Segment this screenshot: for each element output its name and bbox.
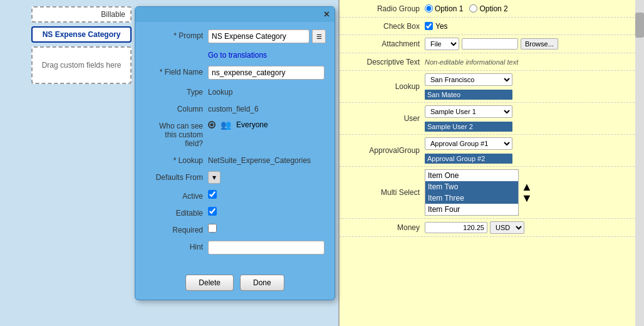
- option1-radio[interactable]: [425, 4, 433, 13]
- close-button[interactable]: ×: [324, 9, 330, 19]
- lookup-field-row: Lookup San Francisco San Mateo: [340, 71, 644, 103]
- user-field-label: User: [343, 114, 425, 123]
- defaults-from-row: Defaults From ▾: [145, 171, 325, 184]
- option2-label[interactable]: Option 2: [469, 4, 507, 13]
- attachment-label: Attachment: [343, 39, 425, 48]
- option1-label[interactable]: Option 1: [425, 4, 463, 13]
- modal-body: * Prompt ☰ Go to translations * Field Na…: [135, 22, 335, 268]
- done-button[interactable]: Done: [240, 275, 284, 291]
- user-selected: Sample User 2: [425, 122, 512, 132]
- people-icon: 👥: [221, 120, 231, 130]
- yes-checkbox[interactable]: [425, 22, 433, 30]
- money-content: USD: [425, 221, 640, 234]
- approval-group-content: Approval Group #1 Approval Group #2: [425, 137, 640, 164]
- approval-select[interactable]: Approval Group #1: [425, 137, 512, 150]
- browse-button[interactable]: Browse...: [521, 38, 558, 50]
- attachment-content: File Browse...: [425, 38, 640, 50]
- attachment-input[interactable]: [462, 38, 518, 50]
- defaults-from-dropdown[interactable]: ▾: [208, 171, 221, 184]
- drag-fields-area: Drag custom fields here: [31, 46, 132, 84]
- attachment-field-row: Attachment File Browse...: [340, 35, 644, 53]
- file-type-select[interactable]: File: [425, 38, 459, 50]
- checkbox-field-row: Check Box Yes: [340, 18, 644, 35]
- billable-label: Billable: [101, 10, 125, 19]
- ns-expense-label: NS Expense Category: [43, 30, 121, 39]
- money-field-row: Money USD: [340, 219, 644, 237]
- lookup-select[interactable]: San Francisco: [425, 73, 512, 86]
- user-content: Sample User 1 Sample User 2: [425, 105, 640, 132]
- radio-group-field-row: Radio Group Option 1 Option 2: [340, 0, 644, 18]
- required-row: Required: [145, 224, 325, 234]
- lookup-content: San Francisco San Mateo: [425, 73, 640, 100]
- multi-select-scroll-down[interactable]: ▼: [521, 192, 532, 204]
- yes-label: Yes: [435, 22, 448, 31]
- checkbox-field-label: Check Box: [343, 22, 425, 31]
- checkbox-content: Yes: [425, 22, 640, 31]
- multi-select-label: Multi Select: [343, 188, 425, 197]
- lookup-row: * Lookup NetSuite_Expense_Categories: [145, 154, 325, 165]
- modal-footer: Delete Done: [135, 268, 335, 300]
- required-checkbox[interactable]: [208, 224, 217, 233]
- multi-option-4[interactable]: Item Four: [425, 204, 518, 215]
- ns-expense-field[interactable]: NS Expense Category: [31, 26, 132, 43]
- modal-header: ×: [135, 7, 335, 22]
- radio-everyone[interactable]: [208, 121, 216, 129]
- type-label: Type: [145, 86, 208, 97]
- editable-row: Editable: [145, 207, 325, 218]
- money-input[interactable]: [425, 222, 487, 233]
- descriptive-text: Non-editable informational text: [425, 58, 518, 66]
- modal-dialog: × * Prompt ☰ Go to translations * Field …: [135, 6, 335, 300]
- everyone-label: Everyone: [236, 120, 268, 129]
- multi-select-field-row: Multi Select Item One Item Two Item Thre…: [340, 167, 644, 219]
- who-see-options: 👥 Everyone: [208, 120, 268, 130]
- column-value: custom_field_6: [208, 103, 259, 113]
- multi-select-box[interactable]: Item One Item Two Item Three Item Four: [425, 169, 519, 216]
- hint-row: Hint: [145, 241, 325, 255]
- active-label: Active: [145, 190, 208, 201]
- required-label: Required: [145, 224, 208, 234]
- translation-link[interactable]: Go to translations: [208, 51, 267, 60]
- right-panel: Radio Group Option 1 Option 2 Check Box …: [338, 0, 644, 326]
- delete-button[interactable]: Delete: [185, 275, 234, 291]
- option2-radio[interactable]: [469, 4, 477, 13]
- option2-text: Option 2: [479, 4, 507, 13]
- multi-option-1[interactable]: Item One: [425, 170, 518, 181]
- user-select[interactable]: Sample User 1: [425, 105, 512, 118]
- active-row: Active: [145, 190, 325, 201]
- descriptive-content: Non-editable informational text: [425, 58, 640, 66]
- column-row: Column custom_field_6: [145, 103, 325, 113]
- multi-select-scroll-up[interactable]: ▲: [521, 181, 532, 192]
- type-row: Type Lookup: [145, 86, 325, 97]
- defaults-from-label: Defaults From: [145, 171, 208, 182]
- active-checkbox[interactable]: [208, 190, 217, 199]
- drag-fields-text: Drag custom fields here: [42, 61, 122, 70]
- approval-group-label: ApprovalGroup: [343, 146, 425, 155]
- type-value: Lookup: [208, 86, 232, 97]
- lookup-value: NetSuite_Expense_Categories: [208, 154, 311, 165]
- editable-label: Editable: [145, 207, 208, 218]
- multi-select-content: Item One Item Two Item Three Item Four ▲…: [425, 169, 640, 216]
- prompt-input[interactable]: [208, 29, 309, 43]
- editable-checkbox[interactable]: [208, 207, 217, 216]
- multi-option-2[interactable]: Item Two: [425, 181, 518, 192]
- lookup-label: * Lookup: [145, 154, 208, 165]
- field-name-row: * Field Name: [145, 66, 325, 80]
- billable-field: Billable: [31, 6, 132, 23]
- money-field-label: Money: [343, 223, 425, 232]
- currency-select[interactable]: USD: [490, 221, 524, 234]
- descriptive-label: Descriptive Text: [343, 58, 425, 66]
- who-see-row: Who can see this custom field? 👥 Everyon…: [145, 120, 325, 148]
- multi-option-3[interactable]: Item Three: [425, 192, 518, 204]
- field-name-input[interactable]: [208, 66, 325, 80]
- left-panel: Billable NS Expense Category Drag custom…: [0, 0, 138, 326]
- column-label: Column: [145, 103, 208, 113]
- prompt-icon[interactable]: ☰: [312, 29, 326, 43]
- scroll-thumb[interactable]: [635, 13, 644, 38]
- user-field-row: User Sample User 1 Sample User 2: [340, 103, 644, 135]
- who-see-label: Who can see this custom field?: [145, 120, 208, 148]
- hint-input[interactable]: [208, 241, 325, 255]
- field-name-label: * Field Name: [145, 66, 208, 76]
- scrollbar[interactable]: [635, 0, 644, 326]
- descriptive-field-row: Descriptive Text Non-editable informatio…: [340, 53, 644, 71]
- prompt-row: * Prompt ☰: [145, 29, 325, 43]
